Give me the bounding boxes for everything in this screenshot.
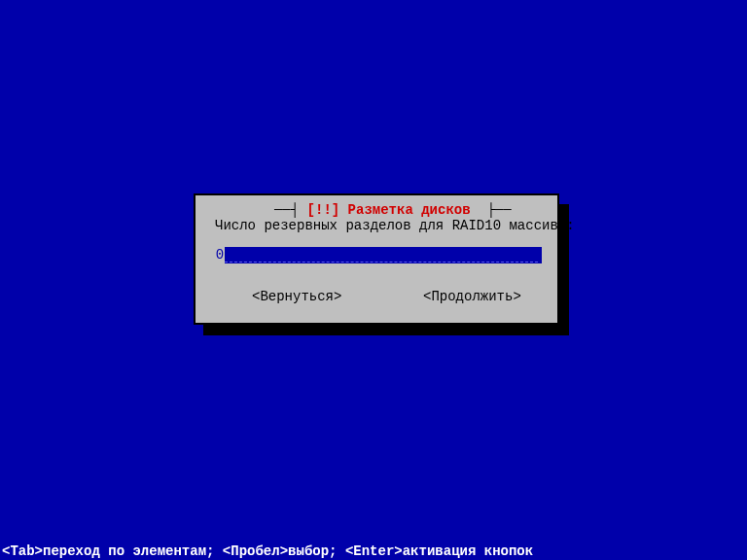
title-dash-left: ──┤ <box>274 202 307 218</box>
space-key-hint: <Пробел> <box>223 543 288 559</box>
continue-button[interactable]: <Продолжить> <box>423 289 521 304</box>
tab-key-hint: <Tab> <box>2 543 43 559</box>
dialog-title: Разметка дисков <box>339 202 479 218</box>
input-underline <box>225 261 538 262</box>
back-button[interactable]: <Вернуться> <box>252 289 341 304</box>
dialog-shadow-bottom <box>203 325 569 335</box>
alert-icon: [!!] <box>307 202 340 218</box>
enter-key-hint: <Enter> <box>345 543 403 559</box>
prompt-label: Число резервных разделов для RAID10 масс… <box>215 218 575 233</box>
input-value: 0 <box>215 247 225 263</box>
title-dash-right: ├── <box>479 202 512 218</box>
footer-hint: <Tab>переход по элементам; <Пробел>выбор… <box>0 542 747 560</box>
partition-dialog: ──┤ [!!] Разметка дисков ├── Число резер… <box>194 193 559 325</box>
